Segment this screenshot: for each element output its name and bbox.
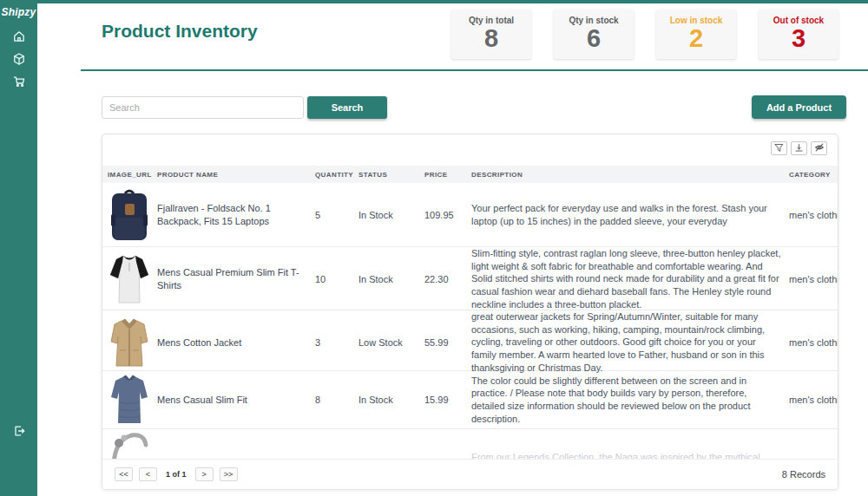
product-status: Low Stock [358, 337, 424, 348]
product-description: The color could be slightly different be… [471, 375, 789, 426]
table-row: Mens Casual Premium Slim Fit T-Shirts 10… [102, 247, 838, 310]
product-status: In Stock [358, 395, 424, 405]
product-name: Mens Casual Premium Slim Fit T-Shirts [157, 266, 315, 291]
header-divider [81, 69, 868, 71]
filter-button[interactable] [771, 141, 787, 155]
sidebar-item-logout[interactable] [10, 424, 27, 441]
pagination-last-button[interactable]: >> [220, 467, 238, 481]
table-header-row: IMAGE_URL PRODUCT NAME QUANTITY STATUS P… [102, 166, 838, 183]
product-quantity: 5 [315, 210, 358, 220]
product-category: men's clothing [789, 210, 838, 220]
inventory-table-card: IMAGE_URL PRODUCT NAME QUANTITY STATUS P… [102, 134, 838, 490]
product-name: Mens Casual Slim Fit [157, 394, 315, 407]
app-logo: Shipzy [0, 6, 37, 18]
product-image-slim-fit-shirt [108, 373, 151, 427]
stat-card-out-of-stock: Out of stock 3 [759, 10, 838, 59]
pagination-next-button[interactable]: > [195, 467, 214, 481]
stat-value: 2 [656, 25, 736, 51]
product-quantity: 3 [315, 337, 358, 348]
search-button[interactable]: Search [307, 96, 387, 119]
product-price: 109.95 [424, 210, 471, 220]
table-row: Fjallraven - Foldsack No. 1 Backpack, Fi… [102, 183, 838, 247]
product-price: 22.30 [424, 274, 471, 284]
records-count: 8 Records [782, 469, 825, 480]
download-button[interactable] [791, 141, 807, 155]
product-price: 55.99 [424, 337, 471, 348]
add-product-button[interactable]: Add a Product [752, 95, 846, 119]
hide-columns-icon [814, 142, 825, 155]
col-header-category: CATEGORY [789, 171, 838, 179]
top-accent-bar [0, 0, 868, 3]
app-window: Shipzy Product Inventory Qty in total [0, 0, 868, 496]
stat-cards: Qty in total 8 Qty in stock 6 Low in sto… [451, 10, 838, 59]
cart-icon [12, 75, 26, 92]
logout-icon [12, 424, 26, 441]
col-header-image-url: IMAGE_URL [108, 171, 157, 179]
table-toolbar [771, 141, 827, 155]
col-header-quantity: QUANTITY [315, 171, 358, 179]
sidebar: Shipzy [0, 0, 37, 496]
col-header-product-name: PRODUCT NAME [157, 171, 315, 179]
product-image-raglan-tshirt [108, 252, 151, 306]
product-image-cotton-jacket [108, 316, 151, 369]
package-icon [12, 52, 26, 69]
filter-icon [774, 142, 784, 155]
sidebar-item-products[interactable] [10, 52, 27, 69]
product-status: In Stock [358, 210, 424, 220]
col-header-price: PRICE [424, 171, 471, 179]
product-category: men's clothing [789, 395, 838, 405]
pagination-page-label: 1 of 1 [166, 470, 187, 479]
table-body: Fjallraven - Foldsack No. 1 Backpack, Fi… [102, 183, 838, 490]
stat-card-qty-total: Qty in total 8 [451, 10, 531, 59]
product-description: Slim-fitting style, contrast raglan long… [471, 247, 789, 311]
product-price: 15.99 [424, 395, 471, 405]
pagination-first-button[interactable]: << [115, 467, 133, 481]
col-header-description: DESCRIPTION [471, 171, 789, 179]
product-name: Fjallraven - Foldsack No. 1 Backpack, Fi… [157, 202, 315, 227]
sidebar-item-orders[interactable] [10, 75, 27, 91]
table-row: Mens Cotton Jacket 3 Low Stock 55.99 gre… [102, 310, 838, 371]
col-header-status: STATUS [358, 171, 424, 179]
product-category: men's clothing [789, 337, 838, 348]
search-input[interactable] [102, 96, 304, 119]
product-quantity: 8 [315, 395, 358, 405]
page-title: Product Inventory [102, 21, 258, 42]
pagination-bar: << < 1 of 1 > >> 8 Records [102, 459, 838, 489]
product-description: Your perfect pack for everyday use and w… [471, 202, 789, 227]
stat-card-qty-in-stock: Qty in stock 6 [554, 10, 634, 59]
product-image-navy-backpack [108, 188, 151, 242]
product-quantity: 10 [315, 274, 358, 284]
product-name: Mens Cotton Jacket [157, 336, 315, 349]
stat-card-low-in-stock: Low in stock 2 [656, 10, 736, 59]
download-icon [794, 142, 804, 155]
product-description: great outerwear jackets for Spring/Autum… [471, 310, 789, 375]
stat-value: 3 [759, 25, 838, 51]
home-icon [12, 29, 26, 47]
product-status: In Stock [358, 274, 424, 284]
stat-value: 6 [554, 25, 634, 51]
sidebar-item-home[interactable] [10, 29, 27, 46]
table-row: Mens Casual Slim Fit 8 In Stock 15.99 Th… [102, 371, 838, 429]
pagination-prev-button[interactable]: < [139, 467, 157, 481]
product-category: men's clothing [789, 274, 838, 284]
hide-columns-button[interactable] [811, 141, 827, 155]
stat-value: 8 [451, 25, 531, 51]
